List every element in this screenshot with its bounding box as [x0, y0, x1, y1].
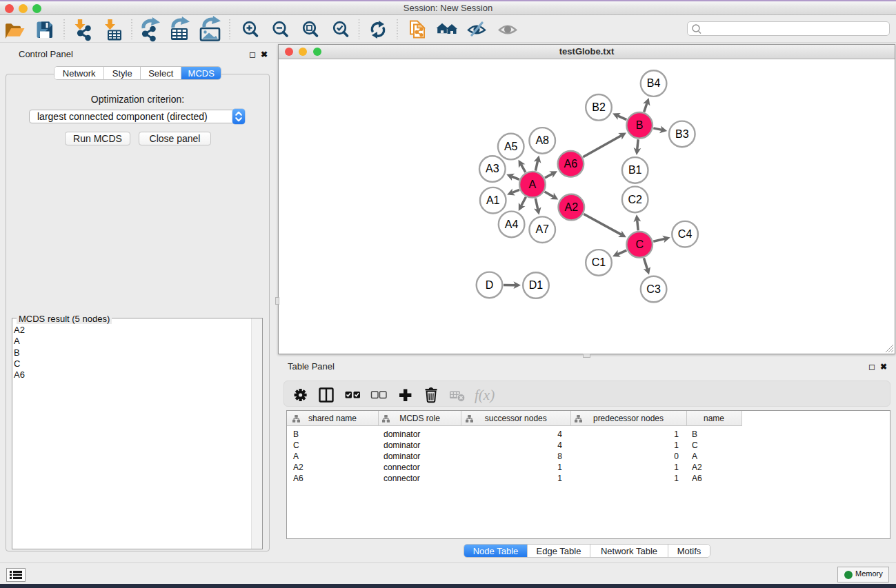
svg-text:A1: A1	[486, 194, 500, 206]
svg-text:C4: C4	[678, 228, 693, 240]
svg-text:B: B	[636, 119, 644, 131]
svg-text:D1: D1	[529, 279, 544, 291]
svg-text:A3: A3	[486, 163, 499, 174]
svg-text:C2: C2	[628, 194, 642, 205]
svg-text:B3: B3	[675, 128, 689, 140]
svg-text:C1: C1	[592, 256, 606, 268]
svg-text:A8: A8	[535, 134, 549, 146]
svg-text:A6: A6	[564, 158, 578, 170]
svg-text:C: C	[635, 239, 644, 250]
svg-text:A4: A4	[505, 219, 519, 230]
svg-text:A2: A2	[565, 201, 579, 213]
svg-text:A7: A7	[535, 223, 549, 235]
svg-text:A: A	[529, 179, 537, 190]
svg-text:B2: B2	[592, 101, 606, 113]
svg-text:B1: B1	[628, 164, 642, 176]
svg-text:f(x): f(x)	[475, 387, 495, 403]
svg-text:A5: A5	[504, 141, 518, 152]
svg-text:C3: C3	[646, 283, 661, 295]
svg-text:D: D	[486, 279, 494, 291]
svg-text:B4: B4	[647, 77, 661, 89]
